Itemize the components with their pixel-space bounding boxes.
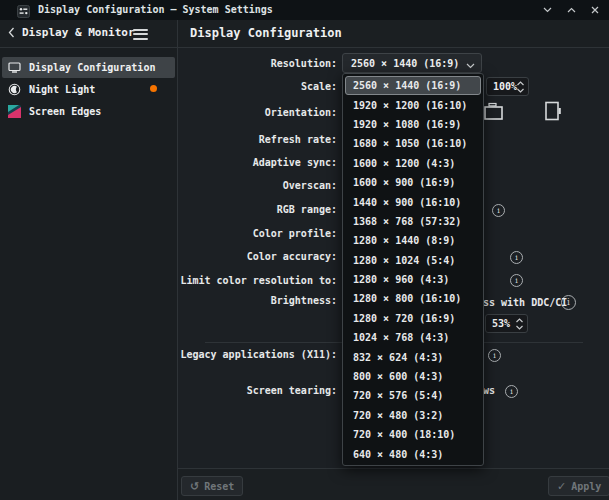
resolution-label: Resolution: xyxy=(271,57,337,70)
sidebar: Display Configuration Night Light Screen… xyxy=(0,48,177,500)
screen-edges-icon xyxy=(8,105,21,118)
adaptive-sync-label: Adaptive sync: xyxy=(253,156,337,169)
footer-bar: ↺ Reset ✓ Apply xyxy=(178,468,609,500)
apply-check-icon: ✓ xyxy=(557,481,566,492)
overscan-label: Overscan: xyxy=(283,179,337,192)
sidebar-item-screen-edges[interactable]: Screen Edges xyxy=(2,101,175,122)
resolution-option[interactable]: 1024 × 768 (4:3) xyxy=(345,328,481,347)
maximize-icon xyxy=(566,5,577,15)
window-controls xyxy=(540,0,602,20)
resolution-option[interactable]: 1280 × 720 (16:9) xyxy=(345,309,481,328)
reset-icon: ↺ xyxy=(190,481,199,492)
orientation-label: Orientation: xyxy=(265,106,337,119)
scale-value: 100% xyxy=(493,81,517,92)
night-light-icon xyxy=(8,83,21,96)
hamburger-icon xyxy=(133,29,148,31)
info-icon-color-accuracy[interactable]: i xyxy=(510,251,523,264)
info-icon-screen-tearing[interactable]: i xyxy=(505,385,518,398)
resolution-option[interactable]: 1440 × 900 (16:10) xyxy=(345,192,481,211)
sidebar-item-label: Night Light xyxy=(29,84,95,95)
sidebar-item-label: Display Configuration xyxy=(29,62,155,73)
spinner-arrows-icon[interactable] xyxy=(516,80,525,96)
resolution-option[interactable]: 1280 × 960 (4:3) xyxy=(345,270,481,289)
resolution-option[interactable]: 1368 × 768 (57:32) xyxy=(345,212,481,231)
reset-button[interactable]: ↺ Reset xyxy=(181,476,243,496)
tearing-checkbox-label-fragment[interactable]: ws xyxy=(483,385,495,396)
resolution-option[interactable]: 1280 × 800 (16:10) xyxy=(345,289,481,308)
color-profile-label: Color profile: xyxy=(253,227,337,240)
sidebar-item-display-configuration[interactable]: Display Configuration xyxy=(2,57,175,78)
info-icon-limit-color-resolution[interactable]: i xyxy=(510,274,523,287)
resolution-dropdown-popup: 2560 × 1440 (16:9) 1920 × 1200 (16:10) 1… xyxy=(342,73,484,466)
info-icon-rgb-range[interactable]: i xyxy=(492,204,505,217)
reset-label: Reset xyxy=(204,481,234,492)
titlebar: Display Configuration — System Settings xyxy=(0,0,609,20)
resolution-option[interactable]: 2560 × 1440 (16:9) xyxy=(345,76,481,95)
minimize-button[interactable] xyxy=(540,3,554,17)
resolution-option[interactable]: 1280 × 1440 (8:9) xyxy=(345,231,481,250)
resolution-option[interactable]: 720 × 400 (18:10) xyxy=(345,425,481,444)
resolution-option[interactable]: 1680 × 1050 (16:10) xyxy=(345,134,481,153)
sidebar-separator xyxy=(177,20,178,500)
info-icon-legacy-apps[interactable]: i xyxy=(488,349,501,362)
brightness-spinbox[interactable]: 53% xyxy=(485,314,528,333)
hamburger-menu-button[interactable] xyxy=(133,29,148,40)
resolution-option[interactable]: 1280 × 1024 (5:4) xyxy=(345,251,481,270)
scale-label: Scale: xyxy=(301,80,337,93)
resolution-current-value: 2560 × 1440 (16:9) xyxy=(351,58,459,69)
landscape-orientation-icon xyxy=(483,102,505,121)
system-settings-window: Display Configuration — System Settings … xyxy=(0,0,609,500)
resolution-option[interactable]: 640 × 480 (4:3) xyxy=(345,444,481,463)
screen-tearing-label: Screen tearing: xyxy=(247,384,337,397)
close-icon xyxy=(590,5,600,15)
sidebar-item-label: Screen Edges xyxy=(29,106,101,117)
sidebar-item-night-light[interactable]: Night Light xyxy=(2,79,175,100)
apply-label: Apply xyxy=(571,481,601,492)
close-button[interactable] xyxy=(588,3,602,17)
window-title: Display Configuration — System Settings xyxy=(38,4,273,15)
limit-color-resolution-label: Limit color resolution to: xyxy=(180,274,337,287)
back-button[interactable]: Display & Monitor xyxy=(8,26,135,39)
monitor-icon xyxy=(8,61,21,74)
ddcci-checkbox-label-fragment[interactable]: ss with DDC/CI xyxy=(483,297,567,308)
resolution-option[interactable]: 720 × 480 (3:2) xyxy=(345,406,481,425)
resolution-combobox[interactable]: 2560 × 1440 (16:9) xyxy=(342,53,482,73)
resolution-option[interactable]: 1920 × 1200 (16:10) xyxy=(345,95,481,114)
back-label: Display & Monitor xyxy=(22,26,135,39)
minimize-icon xyxy=(542,5,553,15)
back-chevron-icon xyxy=(8,27,15,38)
page-title: Display Configuration xyxy=(190,26,342,40)
resolution-option[interactable]: 832 × 624 (4:3) xyxy=(345,347,481,366)
resolution-option[interactable]: 1920 × 1080 (16:9) xyxy=(345,115,481,134)
orientation-landscape-button[interactable] xyxy=(483,102,505,121)
spinner-arrows-icon[interactable] xyxy=(515,317,524,333)
portrait-orientation-icon xyxy=(543,100,562,122)
resolution-option[interactable]: 1600 × 900 (16:9) xyxy=(345,173,481,192)
brightness-value: 53% xyxy=(492,318,510,329)
refresh-rate-label: Refresh rate: xyxy=(259,133,337,146)
night-light-active-badge xyxy=(150,85,157,92)
chevron-down-icon xyxy=(466,60,475,71)
resolution-option[interactable]: 1600 × 1200 (4:3) xyxy=(345,154,481,173)
rgb-range-label: RGB range: xyxy=(277,203,337,216)
resolution-option[interactable]: 800 × 600 (4:3) xyxy=(345,367,481,386)
color-accuracy-label: Color accuracy: xyxy=(247,250,337,263)
brightness-label: Brightness: xyxy=(271,294,337,307)
legacy-apps-label: Legacy applications (X11): xyxy=(180,348,337,361)
scale-spinbox[interactable]: 100% xyxy=(486,77,529,96)
apply-button[interactable]: ✓ Apply xyxy=(548,476,609,496)
orientation-portrait-button[interactable] xyxy=(543,100,562,122)
maximize-button[interactable] xyxy=(564,3,578,17)
resolution-option[interactable]: 720 × 576 (5:4) xyxy=(345,386,481,405)
